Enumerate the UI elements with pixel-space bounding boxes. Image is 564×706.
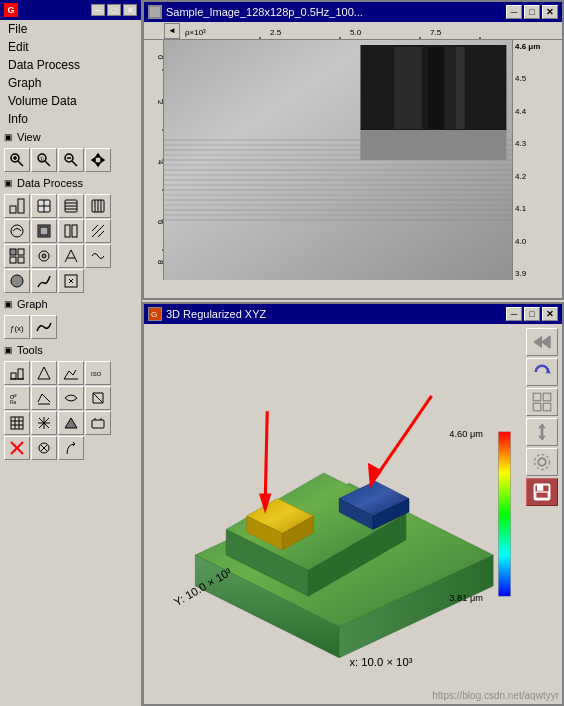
svg-rect-146: [543, 393, 551, 401]
dp-tool-13[interactable]: [4, 269, 30, 293]
menu-data-process[interactable]: Data Process: [0, 56, 141, 74]
svg-point-153: [535, 455, 550, 470]
close-button[interactable]: ✕: [123, 4, 137, 16]
dp-tool-4[interactable]: [85, 194, 111, 218]
xyz-content: Y: 10.0 × 10³ x: 10.0 × 10³ 4.60 μm 3.81…: [144, 324, 562, 704]
xyz-minimize[interactable]: ─: [506, 307, 522, 321]
tool-1[interactable]: [4, 361, 30, 385]
tool-10[interactable]: [31, 411, 57, 435]
xyz-settings-btn[interactable]: [526, 448, 558, 476]
svg-line-34: [98, 231, 104, 237]
image-minimize[interactable]: ─: [506, 5, 522, 19]
xyz-rewind-btn[interactable]: [526, 328, 558, 356]
dp-tool-15[interactable]: [58, 269, 84, 293]
svg-rect-29: [40, 227, 48, 235]
tool-9[interactable]: [4, 411, 30, 435]
tool-5[interactable]: σ² Ra: [4, 386, 30, 410]
svg-text:2: 2: [156, 100, 164, 105]
sidebar: G ─ □ ✕ File Edit Data Process Graph Vol…: [0, 0, 142, 706]
dp-tool-2[interactable]: [31, 194, 57, 218]
menu-graph[interactable]: Graph: [0, 74, 141, 92]
dp-tool-14[interactable]: [31, 269, 57, 293]
watermark: https://blog.csdn.net/aqwtyyr: [432, 690, 559, 701]
tool-11[interactable]: [58, 411, 84, 435]
image-title-icon: [148, 5, 162, 19]
scale-4-2: 4.2: [515, 172, 560, 181]
dp-tool-1[interactable]: [4, 194, 30, 218]
tool-2[interactable]: [31, 361, 57, 385]
svg-marker-11: [96, 163, 100, 166]
tool-14[interactable]: [31, 436, 57, 460]
zoom-fit-button[interactable]: ①: [31, 148, 57, 172]
xyz-scale-btn[interactable]: [526, 418, 558, 446]
pan-button[interactable]: [85, 148, 111, 172]
minimize-button[interactable]: ─: [91, 4, 105, 16]
tool-15[interactable]: [58, 436, 84, 460]
dp-tool-12[interactable]: [85, 244, 111, 268]
menu-info[interactable]: Info: [0, 110, 141, 128]
dp-tool-11[interactable]: [58, 244, 84, 268]
xyz-close[interactable]: ✕: [542, 307, 558, 321]
menu-file[interactable]: File: [0, 20, 141, 38]
x-axis-label: x: 10.0 × 10³: [349, 656, 412, 668]
svg-text:0: 0: [156, 55, 164, 60]
dp-tool-5[interactable]: [4, 219, 30, 243]
svg-rect-117: [428, 47, 445, 129]
maximize-button[interactable]: □: [107, 4, 121, 16]
svg-rect-67: [92, 420, 104, 428]
xyz-rotate-btn[interactable]: [526, 358, 558, 386]
xyz-grid-btn[interactable]: [526, 388, 558, 416]
svg-line-1: [18, 161, 23, 166]
svg-rect-15: [18, 199, 24, 213]
zoom-in-button[interactable]: [4, 148, 30, 172]
tool-8[interactable]: [85, 386, 111, 410]
tool-12[interactable]: [85, 411, 111, 435]
svg-text:8: 8: [156, 260, 164, 265]
svg-marker-150: [538, 423, 546, 428]
main-container: G ─ □ ✕ File Edit Data Process Graph Vol…: [0, 0, 564, 706]
scale-4-5: 4.5: [515, 74, 560, 83]
tool-3[interactable]: [58, 361, 84, 385]
svg-text:Ra: Ra: [10, 399, 17, 405]
dp-tool-9[interactable]: [4, 244, 30, 268]
dp-tool-7[interactable]: [58, 219, 84, 243]
dp-tool-10[interactable]: [31, 244, 57, 268]
svg-text:6: 6: [156, 220, 164, 225]
image-title: Sample_Image_128x128p_0.5Hz_100...: [166, 6, 363, 18]
section-tools: Tools: [0, 341, 141, 359]
sidebar-titlebar: G ─ □ ✕: [0, 0, 141, 20]
xyz-window-controls: ─ □ ✕: [506, 307, 558, 321]
svg-text:5.0: 5.0: [350, 28, 362, 37]
scroll-left[interactable]: ◄: [164, 23, 180, 39]
svg-text:4: 4: [156, 160, 164, 165]
svg-marker-66: [65, 418, 77, 428]
xyz-save-btn[interactable]: [526, 478, 558, 506]
graph-tool-1[interactable]: ƒ(x): [4, 315, 30, 339]
menu-volume-data[interactable]: Volume Data: [0, 92, 141, 110]
svg-marker-142: [533, 336, 542, 349]
tool-7[interactable]: [58, 386, 84, 410]
menu-edit[interactable]: Edit: [0, 38, 141, 56]
dp-tool-3[interactable]: [58, 194, 84, 218]
tool-4[interactable]: ISO: [85, 361, 111, 385]
svg-point-152: [538, 458, 546, 466]
svg-rect-120: [465, 47, 472, 129]
tool-13[interactable]: [4, 436, 30, 460]
svg-rect-38: [18, 257, 24, 263]
svg-line-32: [92, 225, 104, 237]
graph-tool-2[interactable]: [31, 315, 57, 339]
section-data-process: Data Process: [0, 174, 141, 192]
zoom-out-button[interactable]: [58, 148, 84, 172]
svg-rect-145: [533, 393, 541, 401]
svg-text:ISO: ISO: [91, 371, 102, 377]
svg-rect-155: [537, 485, 543, 491]
svg-rect-57: [11, 417, 23, 429]
dp-tool-8[interactable]: [85, 219, 111, 243]
scale-4-3: 4.3: [515, 139, 560, 148]
xyz-maximize[interactable]: □: [524, 307, 540, 321]
image-close[interactable]: ✕: [542, 5, 558, 19]
image-maximize[interactable]: □: [524, 5, 540, 19]
tool-6[interactable]: [31, 386, 57, 410]
svg-rect-37: [10, 257, 16, 263]
dp-tool-6[interactable]: [31, 219, 57, 243]
